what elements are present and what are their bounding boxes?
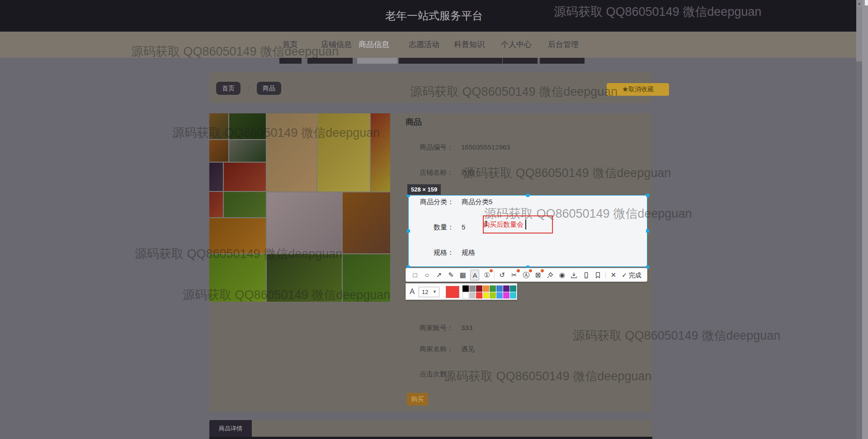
page-title: 老年一站式服务平台	[0, 0, 868, 32]
selection-handle[interactable]	[407, 229, 410, 233]
color-palette	[462, 285, 517, 299]
breadcrumb-home[interactable]: 首页	[216, 82, 241, 95]
main-nav: 首页店铺信息商品信息志愿活动科普知识个人中心后台管理	[0, 32, 868, 58]
photo-tile	[209, 218, 266, 253]
close-button[interactable]: ✕	[609, 270, 618, 280]
photo-tile	[224, 163, 266, 191]
star-icon: ★	[622, 85, 628, 93]
pin-button[interactable]	[546, 270, 555, 280]
toolbar-divider	[605, 271, 606, 279]
text-caret	[525, 220, 526, 229]
selection-handle[interactable]	[526, 194, 529, 197]
breadcrumb: 首页 / 商品 ★取消收藏	[209, 72, 652, 103]
chevron-down-icon: ▼	[433, 287, 437, 297]
photo-tile	[209, 254, 266, 302]
number-step-tool[interactable]: ①	[482, 270, 491, 280]
window-edge	[862, 0, 868, 439]
photo-tile	[267, 192, 342, 253]
save-button[interactable]	[570, 270, 579, 280]
nav-underline	[307, 58, 353, 64]
done-button[interactable]: ✓ 完成	[621, 270, 642, 280]
field-row: 商家名称：遇见	[406, 345, 650, 354]
photo-tile	[343, 254, 390, 302]
color-swatch[interactable]	[490, 292, 496, 299]
color-swatch[interactable]	[510, 292, 516, 299]
photo-tile	[343, 192, 390, 253]
selection-size-label: 528 × 159	[407, 184, 441, 195]
nav-item-1[interactable]: 首页	[283, 32, 298, 58]
field-row: 商品分类：商品分类5	[409, 198, 492, 207]
rect-tool[interactable]: □	[410, 270, 420, 280]
color-swatch[interactable]	[496, 292, 503, 299]
color-swatch[interactable]	[469, 285, 476, 292]
color-swatch[interactable]	[483, 292, 489, 299]
undo-button[interactable]: ↺	[498, 270, 507, 280]
annotation-textbox[interactable]: I 购买后数量会	[483, 215, 553, 234]
breadcrumb-separator: /	[248, 82, 250, 95]
field-row: 商家账号：333	[406, 324, 650, 333]
product-image	[209, 113, 390, 302]
mosaic-tool[interactable]: ▦	[458, 270, 467, 280]
selection-handle[interactable]	[646, 229, 649, 233]
color-swatch[interactable]	[496, 285, 503, 292]
field-row: 规格：规格	[409, 248, 475, 257]
new-feature-badge	[517, 269, 520, 272]
toolbar-divider	[494, 271, 495, 279]
color-swatch[interactable]	[476, 292, 482, 299]
color-swatch[interactable]	[503, 292, 509, 299]
nav-item-3[interactable]: 商品信息	[359, 32, 389, 58]
buy-button[interactable]: 购买	[407, 393, 428, 406]
photo-tile	[317, 113, 370, 191]
font-size-select[interactable]: 12▼	[419, 287, 439, 297]
annotation-text: 购买后数量会	[483, 220, 524, 229]
ocr-tool[interactable]: ⊠	[533, 270, 542, 280]
photo-tile	[371, 113, 390, 191]
nav-item-5[interactable]: 科普知识	[454, 32, 485, 58]
nav-item-4[interactable]: 志愿活动	[409, 32, 439, 58]
field-row: 点击次数：	[406, 370, 650, 379]
nav-underline	[503, 58, 538, 64]
crop-tool[interactable]: ✂	[509, 270, 519, 280]
nav-underline	[279, 58, 302, 64]
new-feature-badge	[541, 269, 544, 272]
color-swatch[interactable]	[476, 285, 482, 292]
color-swatch[interactable]	[503, 285, 509, 292]
color-swatch[interactable]	[462, 292, 469, 299]
translate-tool[interactable]: Ⓐ	[522, 270, 531, 280]
selection-handle[interactable]	[646, 194, 649, 197]
bookmark-button[interactable]	[594, 270, 603, 280]
scrollbar-thumb[interactable]	[856, 7, 862, 61]
new-feature-badge	[490, 269, 493, 272]
color-swatch[interactable]	[462, 285, 469, 292]
breadcrumb-current[interactable]: 商品	[257, 82, 281, 95]
favorite-button[interactable]: ★取消收藏	[607, 83, 669, 96]
nav-underline	[357, 58, 397, 64]
photo-tile	[229, 140, 266, 162]
photo-tile	[229, 113, 266, 139]
font-style-icon[interactable]: A	[410, 287, 415, 296]
text-style-panel: A 12▼	[406, 283, 517, 300]
color-swatch[interactable]	[510, 285, 516, 292]
nav-item-6[interactable]: 个人中心	[501, 32, 532, 58]
nav-item-2[interactable]: 店铺信息	[321, 32, 352, 58]
photo-tile	[209, 113, 228, 139]
app-header: 老年一站式服务平台	[0, 0, 868, 32]
color-swatch[interactable]	[483, 285, 489, 292]
text-tool[interactable]: A	[470, 270, 479, 280]
color-swatch[interactable]	[469, 292, 476, 299]
pencil-tool[interactable]: ✎	[446, 270, 455, 280]
arrow-tool[interactable]: ↗	[434, 270, 443, 280]
tab-product-detail[interactable]: 商品详情	[209, 420, 252, 437]
current-color-swatch[interactable]	[446, 286, 459, 298]
scrollbar-up-arrow[interactable]: ▲	[856, 0, 862, 7]
photo-tile	[209, 140, 228, 162]
photo-tile	[209, 163, 223, 191]
new-feature-badge	[529, 269, 532, 272]
send-to-phone-button[interactable]	[581, 270, 590, 280]
ellipse-tool[interactable]: ○	[422, 270, 431, 280]
record-button[interactable]: ◉	[557, 270, 566, 280]
nav-underline	[399, 58, 502, 64]
scrollbar-track[interactable]	[856, 0, 862, 439]
nav-item-7[interactable]: 后台管理	[548, 32, 579, 58]
color-swatch[interactable]	[490, 285, 496, 292]
